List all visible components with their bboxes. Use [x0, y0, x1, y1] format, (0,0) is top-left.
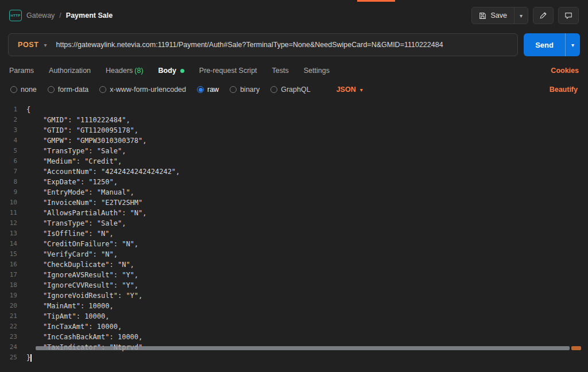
- comments-button[interactable]: [558, 7, 579, 24]
- format-dropdown[interactable]: JSON ▾: [336, 86, 363, 94]
- line-number: 12: [0, 218, 26, 228]
- line-number: 5: [0, 146, 26, 156]
- body-type-x-www-form-urlencoded[interactable]: x-www-form-urlencoded: [99, 86, 186, 94]
- body-type-form-data[interactable]: form-data: [48, 86, 89, 94]
- send-button[interactable]: Send: [524, 33, 565, 56]
- request-tabs-row: ParamsAuthorizationHeaders (8)BodyPre-re…: [0, 62, 588, 79]
- tab-params[interactable]: Params: [9, 63, 34, 78]
- comment-icon: [564, 11, 572, 20]
- code-line[interactable]: 6 "Medium": "Credit",: [0, 156, 588, 166]
- save-button-label: Save: [490, 11, 507, 20]
- request-bar: POST ▾ Send ▾: [8, 33, 580, 56]
- body-type-none[interactable]: none: [10, 86, 37, 94]
- body-type-binary[interactable]: binary: [230, 86, 260, 94]
- tab-body[interactable]: Body: [158, 63, 184, 78]
- line-number: 15: [0, 249, 26, 259]
- tab-settings[interactable]: Settings: [304, 63, 330, 78]
- code-text: "AllowsPartialAuth": "N",: [26, 208, 147, 218]
- radio-icon: [270, 86, 277, 93]
- top-bar: HTTP Gateway / Payment Sale Save ▾: [0, 0, 588, 31]
- radio-label: GraphQL: [281, 86, 310, 94]
- horizontal-scrollbar: [36, 346, 581, 350]
- radio-label: x-www-form-urlencoded: [110, 86, 186, 94]
- tab-pre-request-script[interactable]: Pre-request Script: [199, 63, 257, 78]
- breadcrumb-workspace[interactable]: Gateway: [26, 11, 55, 20]
- beautify-link[interactable]: Beautify: [550, 86, 578, 94]
- tab-label: Settings: [304, 67, 330, 75]
- method-dropdown[interactable]: POST ▾: [9, 41, 56, 49]
- code-line[interactable]: 4 "GMPW": "GMPW3010300378",: [0, 135, 588, 146]
- body-type-raw[interactable]: raw: [197, 86, 219, 94]
- line-number: 22: [0, 321, 26, 332]
- code-line[interactable]: 2 "GMID": "1110222484",: [0, 115, 588, 125]
- breadcrumb-separator: /: [59, 11, 61, 20]
- code-text: {: [26, 104, 30, 115]
- code-line[interactable]: 11 "AllowsPartialAuth": "N",: [0, 208, 588, 218]
- code-line[interactable]: 22 "IncTaxAmt": 10000,: [0, 321, 588, 332]
- scrollbar-corner: [571, 346, 581, 350]
- edit-button[interactable]: [533, 7, 554, 24]
- code-text: "TipAmt": 10000,: [26, 311, 110, 321]
- tab-label: Tests: [272, 67, 289, 75]
- code-text: "ExpDate": "1250",: [26, 177, 118, 187]
- tab-label: Headers: [106, 67, 133, 75]
- code-line[interactable]: 17 "IgnoreAVSResult": "Y",: [0, 270, 588, 280]
- code-line[interactable]: 15 "VerifyCard": "N",: [0, 249, 588, 259]
- code-text: "IncCashBackAmt": 10000,: [26, 332, 142, 342]
- tab-tests[interactable]: Tests: [272, 63, 289, 78]
- code-line[interactable]: 9 "EntryMode": "Manual",: [0, 187, 588, 197]
- tab-label: Body: [158, 67, 176, 75]
- code-line[interactable]: 8 "ExpDate": "1250",: [0, 177, 588, 187]
- tab-authorization[interactable]: Authorization: [49, 63, 91, 78]
- radio-label: none: [21, 86, 37, 94]
- request-tabs: ParamsAuthorizationHeaders (8)BodyPre-re…: [9, 63, 330, 78]
- format-label: JSON: [336, 86, 356, 94]
- radio-icon: [10, 86, 17, 93]
- url-input[interactable]: [56, 41, 517, 49]
- line-number: 16: [0, 259, 26, 270]
- body-type-graphql[interactable]: GraphQL: [270, 86, 310, 94]
- cookies-link[interactable]: Cookies: [551, 67, 579, 75]
- code-line[interactable]: 19 "IgnoreVoidResult": "Y",: [0, 290, 588, 301]
- tab-label: Pre-request Script: [199, 67, 257, 75]
- code-line[interactable]: 14 "CreditOnFailure": "N",: [0, 239, 588, 249]
- line-number: 20: [0, 301, 26, 311]
- send-button-group: Send ▾: [524, 33, 580, 56]
- top-actions: Save ▾: [471, 7, 579, 24]
- tab-headers[interactable]: Headers (8): [106, 63, 144, 78]
- line-number: 9: [0, 187, 26, 197]
- code-text: "GMPW": "GMPW3010300378",: [26, 135, 147, 146]
- code-text: "CreditOnFailure": "N",: [26, 239, 138, 249]
- line-number: 11: [0, 208, 26, 218]
- save-options-chevron[interactable]: ▾: [514, 7, 528, 24]
- code-line[interactable]: 23 "IncCashBackAmt": 10000,: [0, 332, 588, 342]
- code-line[interactable]: 12 "TransType": "Sale",: [0, 218, 588, 228]
- radio-label: binary: [240, 86, 260, 94]
- code-line[interactable]: 7 "AccountNum": "4242424242424242",: [0, 166, 588, 177]
- code-line[interactable]: 3 "GTID": "GT1120095178",: [0, 125, 588, 135]
- code-editor[interactable]: 1{2 "GMID": "1110222484",3 "GTID": "GT11…: [0, 100, 588, 363]
- code-text: "AccountNum": "4242424242424242",: [26, 166, 180, 177]
- code-text: "TransType": "Sale",: [26, 146, 126, 156]
- save-button[interactable]: Save: [472, 7, 514, 24]
- code-text: "MainAmt": 10000,: [26, 301, 114, 311]
- code-line[interactable]: 13 "IsOffline": "N",: [0, 228, 588, 239]
- code-line[interactable]: 25}: [0, 352, 588, 363]
- line-number: 10: [0, 197, 26, 208]
- code-text: "CheckDuplicate": "N",: [26, 259, 134, 270]
- line-number: 4: [0, 135, 26, 146]
- code-line[interactable]: 20 "MainAmt": 10000,: [0, 301, 588, 311]
- code-text: "VerifyCard": "N",: [26, 249, 118, 259]
- code-line[interactable]: 21 "TipAmt": 10000,: [0, 311, 588, 321]
- code-line[interactable]: 5 "TransType": "Sale",: [0, 146, 588, 156]
- body-type-options: noneform-datax-www-form-urlencodedrawbin…: [10, 86, 311, 94]
- code-line[interactable]: 18 "IgnoreCVVResult": "Y",: [0, 280, 588, 290]
- code-line[interactable]: 10 "InvoiceNum": "E2TV2SHM": [0, 197, 588, 208]
- send-options-chevron[interactable]: ▾: [565, 33, 580, 56]
- tab-count-badge: (8): [134, 67, 143, 75]
- code-line[interactable]: 1{: [0, 104, 588, 115]
- code-text: "Medium": "Credit",: [26, 156, 122, 166]
- line-number: 6: [0, 156, 26, 166]
- code-line[interactable]: 16 "CheckDuplicate": "N",: [0, 259, 588, 270]
- scrollbar-thumb[interactable]: [36, 346, 570, 350]
